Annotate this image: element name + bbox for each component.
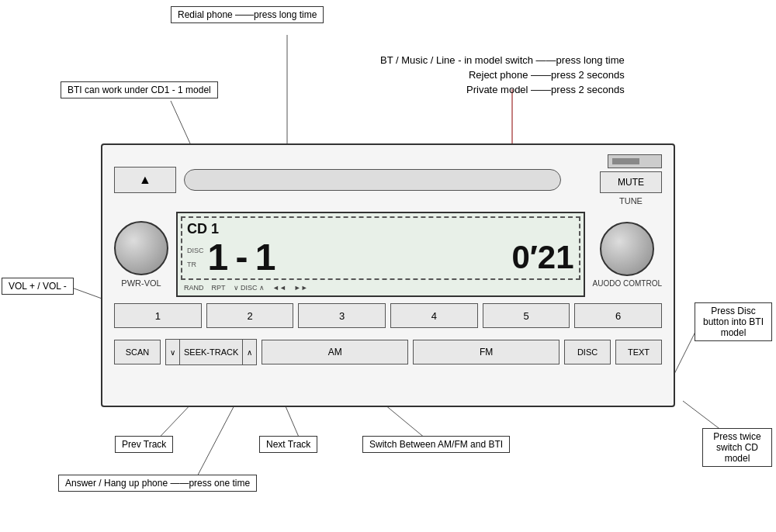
next-track-annotation: Next Track: [259, 436, 317, 453]
answer-hangup-annotation: Answer / Hang up phone ——press one time: [58, 475, 257, 492]
bti-cd1-annotation: BTI can work under CD1 - 1 model: [61, 81, 218, 98]
seek-prev-button[interactable]: ∨: [166, 340, 179, 364]
display-title: CD 1: [187, 221, 574, 237]
preset-btn-6[interactable]: 6: [574, 303, 662, 328]
press-twice-annotation: Press twice switch CD model: [702, 428, 772, 467]
top-right-controls: MUTE RAND TUNE: [569, 154, 662, 206]
svg-line-5: [683, 401, 722, 430]
device: ▲ MUTE RAND TUNE PWR-VOL CD 1: [101, 143, 675, 407]
redial-annotation: Redial phone ——press long time: [171, 6, 324, 23]
preset-btn-3[interactable]: 3: [298, 303, 386, 328]
display-dashed-border: CD 1 DISC TR 1 - 1 0′21: [181, 216, 580, 280]
display-main: DISC TR 1 - 1 0′21: [187, 239, 574, 276]
mute-button[interactable]: MUTE: [600, 171, 662, 193]
preset-row: 1 2 3 4 5 6: [102, 297, 674, 334]
am-button[interactable]: AM: [262, 340, 408, 364]
fm-button[interactable]: FM: [413, 340, 559, 364]
preset-btn-2[interactable]: 2: [206, 303, 294, 328]
display-panel: CD 1 DISC TR 1 - 1 0′21 RAND RPT ∨ DISC …: [176, 212, 585, 297]
bottom-controls: SCAN ∨ SEEK-TRACK ∧ AM FM DISC TEXT: [102, 334, 674, 370]
pwr-vol-label: PWR-VOL: [121, 278, 161, 288]
preset-btn-5[interactable]: 5: [483, 303, 570, 328]
vol-knob[interactable]: [114, 221, 168, 275]
display-track-number: 1 - 1: [208, 239, 275, 276]
display-time: 0′21: [511, 241, 573, 274]
scan-button[interactable]: SCAN: [114, 340, 161, 364]
cd-slot: [184, 169, 561, 191]
svg-line-8: [194, 401, 237, 482]
audio-knob[interactable]: [600, 222, 654, 276]
disc-button[interactable]: DISC: [564, 340, 611, 364]
press-disc-annotation: Press Disc button into BTI model: [695, 302, 772, 341]
preset-btn-4[interactable]: 4: [390, 303, 478, 328]
seek-track-group: ∨ SEEK-TRACK ∧: [165, 339, 257, 365]
eject-button[interactable]: ▲: [114, 167, 176, 193]
text-button[interactable]: TEXT: [615, 340, 662, 364]
tune-label: RAND TUNE: [600, 196, 662, 206]
card-slot: [608, 154, 662, 168]
bt-music-annotation: BT / Music / Line - in model switch ——pr…: [380, 54, 625, 95]
vol-knob-area: PWR-VOL: [114, 221, 168, 288]
seek-next-button[interactable]: ∧: [242, 340, 256, 364]
switch-amfm-annotation: Switch Between AM/FM and BTI: [362, 436, 510, 453]
disc-tr-labels: DISC TR: [187, 247, 204, 268]
audio-label: AUODO COMTROL: [593, 279, 662, 288]
vol-annotation: VOL + / VOL -: [2, 278, 74, 295]
prev-track-annotation: Prev Track: [115, 436, 173, 453]
display-bottom-labels: RAND RPT ∨ DISC ∧ ◄◄ ►►: [184, 284, 308, 292]
preset-btn-1[interactable]: 1: [114, 303, 202, 328]
audio-knob-area: AUODO COMTROL: [593, 222, 662, 288]
seek-track-label: SEEK-TRACK: [179, 340, 242, 364]
